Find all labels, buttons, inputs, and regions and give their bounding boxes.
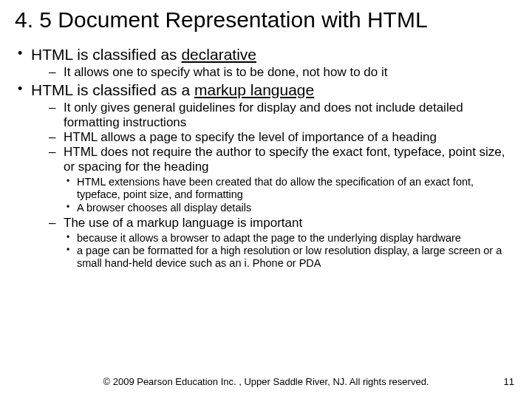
- bullet-1-text-b: declarative: [181, 46, 256, 63]
- bullet-1-text-a: HTML is classified as: [31, 46, 181, 63]
- page-number: 11: [504, 376, 514, 387]
- bullet-list: HTML is classified as declarative It all…: [15, 46, 517, 270]
- bullet-2-text-a: HTML is classified as a: [31, 81, 194, 98]
- slide-title: 4. 5 Document Representation with HTML: [15, 7, 517, 33]
- copyright-footer: © 2009 Pearson Education Inc. , Upper Sa…: [0, 376, 532, 387]
- bullet-2: HTML is classified as a markup language …: [15, 81, 517, 270]
- bullet-2-sub-1: It only gives general guidelines for dis…: [31, 100, 517, 130]
- bullet-1-sub-1: It allows one to specify what is to be d…: [31, 65, 517, 80]
- bullet-2-sub-4b: a page can be formatted for a high resol…: [31, 245, 517, 270]
- bullet-2-text-b: markup language: [194, 81, 314, 98]
- bullet-2-sub-4: The use of a markup language is importan…: [31, 216, 517, 231]
- bullet-2-sub-2: HTML allows a page to specify the level …: [31, 130, 517, 145]
- bullet-2-sub-3: HTML does not require the author to spec…: [31, 145, 517, 174]
- bullet-1: HTML is classified as declarative It all…: [15, 46, 517, 80]
- bullet-2-sub-4a: because it allows a browser to adapt the…: [31, 232, 517, 245]
- bullet-2-sub-3b: A browser chooses all display details: [31, 202, 517, 214]
- bullet-2-sub-3a: HTML extensions have been created that d…: [31, 176, 517, 201]
